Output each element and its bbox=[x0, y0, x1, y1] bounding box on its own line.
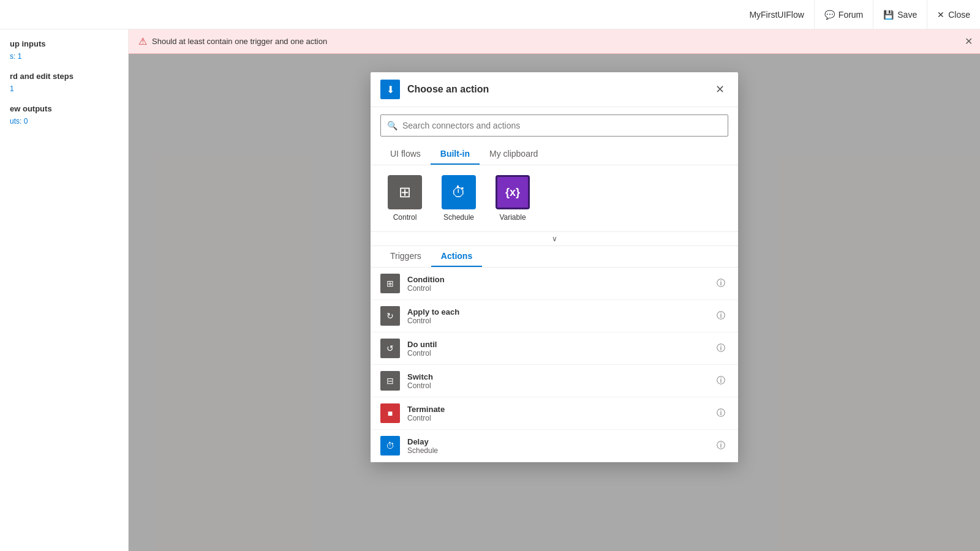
category-control[interactable]: ⊞ Control bbox=[380, 175, 429, 222]
apply-to-each-category: Control bbox=[407, 317, 706, 325]
category-variable[interactable]: {x} Variable bbox=[488, 175, 537, 222]
tab-built-in[interactable]: Built-in bbox=[431, 144, 480, 165]
alert-icon: ⚠ bbox=[138, 36, 147, 47]
variable-icon-box: {x} bbox=[496, 175, 530, 209]
forum-button[interactable]: 💬 Forum bbox=[814, 0, 873, 29]
control-icon: ⊞ bbox=[399, 184, 411, 201]
delay-category: Schedule bbox=[407, 446, 706, 455]
tab-triggers[interactable]: Triggers bbox=[380, 246, 431, 267]
delay-info-button[interactable]: ⓘ bbox=[714, 438, 728, 453]
forum-icon: 💬 bbox=[824, 10, 835, 20]
main-area: ⬇ Choose an action ✕ 🔍 UI flows Built-in… bbox=[129, 54, 980, 551]
delay-name: Delay bbox=[407, 437, 706, 446]
do-until-category: Control bbox=[407, 349, 706, 358]
tab-actions[interactable]: Actions bbox=[431, 246, 482, 267]
chevron-down-icon: ∨ bbox=[552, 234, 557, 243]
control-icon-box: ⊞ bbox=[388, 175, 422, 209]
schedule-icon-box: ⏱ bbox=[442, 175, 476, 209]
choose-action-modal: ⬇ Choose an action ✕ 🔍 UI flows Built-in… bbox=[371, 72, 738, 462]
download-icon: ⬇ bbox=[386, 84, 394, 96]
modal-title: Choose an action bbox=[407, 84, 704, 95]
alert-message: Should at least contain one trigger and … bbox=[152, 37, 327, 46]
close-button[interactable]: ✕ Close bbox=[927, 0, 980, 29]
top-tab-row: UI flows Built-in My clipboard bbox=[371, 144, 738, 165]
sidebar: up inputs s: 1 rd and edit steps 1 ew ou… bbox=[0, 29, 129, 551]
save-icon: 💾 bbox=[883, 10, 894, 20]
close-icon: ✕ bbox=[937, 10, 944, 20]
do-until-name: Do until bbox=[407, 340, 706, 349]
condition-name: Condition bbox=[407, 275, 706, 284]
action-terminate[interactable]: ■ Terminate Control ⓘ bbox=[371, 397, 738, 430]
action-switch[interactable]: ⊟ Switch Control ⓘ bbox=[371, 365, 738, 397]
collapse-row[interactable]: ∨ bbox=[371, 231, 738, 246]
modal-header-icon: ⬇ bbox=[380, 80, 400, 99]
alert-close-button[interactable]: ✕ bbox=[965, 36, 973, 47]
action-condition[interactable]: ⊞ Condition Control ⓘ bbox=[371, 268, 738, 300]
condition-category: Control bbox=[407, 284, 706, 293]
switch-info-button[interactable]: ⓘ bbox=[714, 373, 728, 388]
terminate-info-button[interactable]: ⓘ bbox=[714, 406, 728, 421]
sidebar-outputs[interactable]: ew outputs uts: 0 bbox=[10, 104, 118, 126]
switch-category: Control bbox=[407, 381, 706, 390]
inner-tab-row: Triggers Actions bbox=[371, 246, 738, 268]
do-until-icon: ↺ bbox=[380, 339, 400, 358]
modal-header: ⬇ Choose an action ✕ bbox=[371, 72, 738, 107]
sidebar-steps[interactable]: rd and edit steps 1 bbox=[10, 72, 118, 93]
modal-close-button[interactable]: ✕ bbox=[711, 81, 728, 98]
do-until-info-button[interactable]: ⓘ bbox=[714, 341, 728, 356]
apply-to-each-icon: ↻ bbox=[380, 306, 400, 326]
search-input[interactable] bbox=[402, 121, 722, 130]
control-label: Control bbox=[393, 213, 417, 222]
terminate-name: Terminate bbox=[407, 405, 706, 414]
sidebar-inputs[interactable]: up inputs s: 1 bbox=[10, 39, 118, 61]
save-button[interactable]: 💾 Save bbox=[873, 0, 927, 29]
action-apply-to-each[interactable]: ↻ Apply to each Control ⓘ bbox=[371, 300, 738, 332]
apply-to-each-info-button[interactable]: ⓘ bbox=[714, 309, 728, 323]
variable-label: Variable bbox=[499, 213, 526, 222]
action-delay[interactable]: ⏱ Delay Schedule ⓘ bbox=[371, 430, 738, 462]
condition-info-button[interactable]: ⓘ bbox=[714, 276, 728, 291]
alert-banner: ⚠ Should at least contain one trigger an… bbox=[129, 29, 980, 54]
action-list: ⊞ Condition Control ⓘ ↻ Apply to each Co… bbox=[371, 268, 738, 462]
category-schedule[interactable]: ⏱ Schedule bbox=[434, 175, 483, 222]
tab-ui-flows[interactable]: UI flows bbox=[380, 144, 431, 165]
terminate-category: Control bbox=[407, 414, 706, 422]
condition-icon: ⊞ bbox=[380, 274, 400, 293]
search-icon: 🔍 bbox=[387, 121, 398, 130]
switch-name: Switch bbox=[407, 372, 706, 381]
modal-overlay: ⬇ Choose an action ✕ 🔍 UI flows Built-in… bbox=[129, 54, 980, 551]
category-row: ⊞ Control ⏱ Schedule {x} Variable bbox=[371, 165, 738, 231]
top-bar: MyFirstUIFlow 💬 Forum 💾 Save ✕ Close bbox=[0, 0, 980, 29]
schedule-icon: ⏱ bbox=[451, 184, 466, 201]
variable-icon: {x} bbox=[505, 186, 520, 199]
switch-icon: ⊟ bbox=[380, 371, 400, 391]
schedule-label: Schedule bbox=[443, 213, 474, 222]
flow-name: MyFirstUIFlow bbox=[739, 0, 813, 29]
search-bar[interactable]: 🔍 bbox=[380, 114, 728, 137]
terminate-icon: ■ bbox=[380, 403, 400, 423]
delay-icon: ⏱ bbox=[380, 436, 400, 455]
action-do-until[interactable]: ↺ Do until Control ⓘ bbox=[371, 332, 738, 365]
apply-to-each-name: Apply to each bbox=[407, 307, 706, 317]
tab-my-clipboard[interactable]: My clipboard bbox=[480, 144, 548, 165]
